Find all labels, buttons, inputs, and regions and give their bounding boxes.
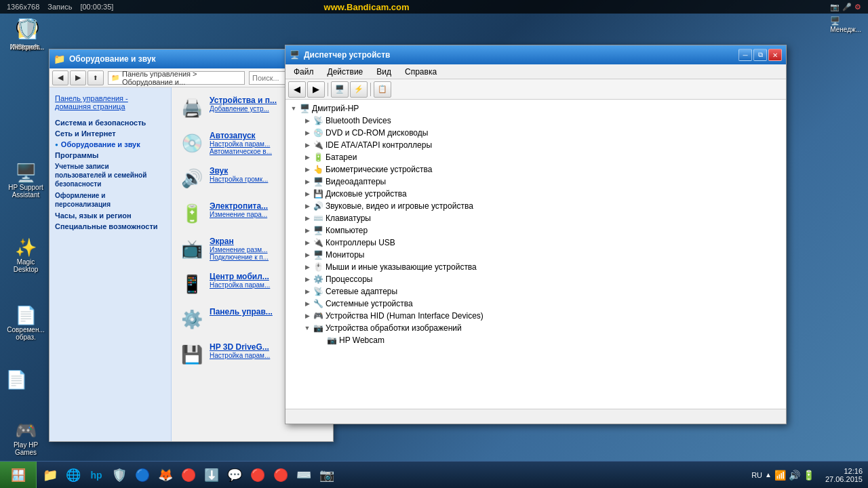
ide-expand[interactable]: ▶ xyxy=(302,140,313,150)
desktop-icon-antivirus[interactable]: 🛡️ Интернет... xyxy=(7,15,47,51)
tree-item-disk[interactable]: ▶ 💾 Дисковые устройства xyxy=(288,188,783,200)
taskbar-icon-skype[interactable]: 💬 xyxy=(224,464,245,486)
taskbar-icon-ie2[interactable]: 🔵 xyxy=(132,464,153,486)
disk-expand[interactable]: ▶ xyxy=(302,188,313,199)
cp-up-button[interactable]: ⬆ xyxy=(87,70,104,85)
tree-item-video[interactable]: ▶ 🖥️ Видеоадаптеры xyxy=(288,176,783,188)
tree-item-ide[interactable]: ▶ 🔌 IDE ATA/ATAPI контроллеры xyxy=(288,139,783,151)
taskbar-icon-chrome[interactable]: 🔴 xyxy=(178,464,199,486)
taskbar-icon-torrent[interactable]: ⬇️ xyxy=(201,464,222,486)
cp-home-link[interactable]: Панель управления -домашняя страница xyxy=(55,94,165,110)
dm-menu-action[interactable]: Действие xyxy=(322,66,369,78)
bluetooth-expand[interactable]: ▶ xyxy=(302,115,313,126)
taskbar-icon-defender[interactable]: 🛡️ xyxy=(108,464,130,486)
sidebar-item-appearance[interactable]: Оформление иперсонализация xyxy=(55,190,165,210)
sound-expand[interactable]: ▶ xyxy=(302,201,313,211)
battery-expand[interactable]: ▶ xyxy=(302,152,313,163)
dm-minimize-button[interactable]: ─ xyxy=(738,49,752,61)
desktop-icon-manager[interactable]: 🖥️ Менедж... xyxy=(830,16,861,33)
sidebar-item-network[interactable]: Сеть и Интернет xyxy=(55,128,165,139)
tree-item-bluetooth[interactable]: ▶ 📡 Bluetooth Devices xyxy=(288,115,783,127)
taskbar-icon-antivirus2[interactable]: 🔴 xyxy=(270,464,292,486)
desktop-icon-word3[interactable]: 📄 xyxy=(5,369,27,390)
tray-sound-icon[interactable]: 🔊 xyxy=(789,470,800,481)
system-expand[interactable]: ▶ xyxy=(302,298,313,309)
taskbar-icon-explorer[interactable]: 📁 xyxy=(39,464,61,486)
sidebar-item-system[interactable]: Система и безопасность xyxy=(55,117,165,128)
taskbar-icon-hp[interactable]: hp xyxy=(85,464,107,486)
keyboard-expand[interactable]: ▶ xyxy=(302,213,313,224)
dm-menu-help[interactable]: Справка xyxy=(399,66,442,78)
dm-restore-button[interactable]: ⧉ xyxy=(753,49,767,61)
tree-item-mice[interactable]: ▶ 🖱️ Мыши и иные указывающие устройства xyxy=(288,261,783,273)
start-button[interactable]: 🪟 xyxy=(0,462,37,489)
biometric-expand[interactable]: ▶ xyxy=(302,164,313,175)
biometric-icon: 👆 xyxy=(313,164,323,175)
tree-item-imaging[interactable]: ▼ 📷 Устройства обработки изображений xyxy=(288,322,783,334)
tree-item-sound[interactable]: ▶ 🔊 Звуковые, видео и игровые устройства xyxy=(288,200,783,212)
tree-item-keyboard[interactable]: ▶ ⌨️ Клавиатуры xyxy=(288,212,783,224)
tree-item-system[interactable]: ▶ 🔧 Системные устройства xyxy=(288,298,783,310)
tree-item-dvd[interactable]: ▶ 💿 DVD и CD-ROM дисководы xyxy=(288,127,783,139)
cp-back-button[interactable]: ◀ xyxy=(52,70,68,85)
tree-item-root[interactable]: ▼ 🖥️ Дмитрий-HP xyxy=(288,102,783,115)
imaging-expand[interactable]: ▼ xyxy=(302,323,313,333)
tree-item-battery[interactable]: ▶ 🔋 Батареи xyxy=(288,151,783,163)
dm-menu-file[interactable]: Файл xyxy=(288,66,319,78)
dm-back-btn[interactable]: ◀ xyxy=(288,81,306,98)
dm-menu-bar: Файл Действие Вид Справка xyxy=(285,64,786,79)
desktop-icon-support[interactable]: 🖥️ HP SupportAssistant xyxy=(5,163,46,199)
taskbar-tray: RU ▲ 📶 🔊 🔋 xyxy=(746,470,820,481)
cp-address-bar[interactable]: 📁 Панель управления > Оборудование и... xyxy=(108,71,245,85)
dvd-expand[interactable]: ▶ xyxy=(302,127,313,138)
keyboard-label: Клавиатуры xyxy=(326,214,371,223)
usb-expand[interactable]: ▶ xyxy=(302,237,313,248)
mice-expand[interactable]: ▶ xyxy=(302,262,313,272)
settings-icon[interactable]: ⚙ xyxy=(854,3,861,12)
tree-item-computer[interactable]: ▶ 🖥️ Компьютер xyxy=(288,224,783,237)
network-expand[interactable]: ▶ xyxy=(302,286,313,297)
dm-menu-view[interactable]: Вид xyxy=(371,66,397,78)
cam-icon[interactable]: 📷 xyxy=(830,3,840,12)
dm-computer-btn[interactable]: 🖥️ xyxy=(331,81,349,98)
tree-item-hid[interactable]: ▶ 🎮 Устройства HID (Human Interface Devi… xyxy=(288,310,783,322)
sound-icon: 🔊 xyxy=(180,166,204,190)
computer-expand[interactable]: ▶ xyxy=(302,225,313,236)
hid-expand[interactable]: ▶ xyxy=(302,310,313,321)
desktop-icon-magic[interactable]: ✨ MagicDesktop xyxy=(5,237,46,273)
tree-item-usb[interactable]: ▶ 🔌 Контроллеры USB xyxy=(288,237,783,249)
dm-scan-btn[interactable]: ⚡ xyxy=(350,81,368,98)
tree-item-webcam[interactable]: ▶ 📷 HP Webcam xyxy=(288,334,783,346)
taskbar-icon-screenshot[interactable]: 📷 xyxy=(316,464,338,486)
cp-forward-button[interactable]: ▶ xyxy=(70,70,86,85)
cpu-expand[interactable]: ▶ xyxy=(302,274,313,285)
taskbar-icon-ie[interactable]: 🌐 xyxy=(62,464,84,486)
hp3d-desc: Настройка парам... xyxy=(210,352,270,359)
keyboard-icon: ⌨️ xyxy=(313,213,323,224)
dm-close-button[interactable]: ✕ xyxy=(768,49,782,61)
autorun-desc1: Настройка парам... xyxy=(210,140,272,148)
taskbar-icon-firefox[interactable]: 🦊 xyxy=(155,464,176,486)
sidebar-item-accounts[interactable]: Учетные записипользователей и семейнойбе… xyxy=(55,161,165,190)
sidebar-item-accessibility[interactable]: Специальные возможности xyxy=(55,221,165,232)
desktop-icon-games[interactable]: 🎮 Play HPGames xyxy=(5,420,46,456)
mic-icon[interactable]: 🎤 xyxy=(842,3,852,12)
sidebar-item-programs[interactable]: Программы xyxy=(55,150,165,161)
tree-item-cpu[interactable]: ▶ ⚙️ Процессоры xyxy=(288,273,783,285)
monitors-expand[interactable]: ▶ xyxy=(302,249,313,260)
desktop-icon-word2[interactable]: 📄 Современ...образ. xyxy=(5,305,46,341)
tree-item-biometric[interactable]: ▶ 👆 Биометрические устройства xyxy=(288,163,783,176)
network-icon: 📡 xyxy=(313,286,323,297)
sidebar-item-hardware[interactable]: Оборудование и звук xyxy=(55,139,165,150)
tree-item-network[interactable]: ▶ 📡 Сетевые адаптеры xyxy=(288,285,783,298)
sidebar-item-clock[interactable]: Часы, язык и регион xyxy=(55,210,165,221)
taskbar-icon-kbd[interactable]: ⌨️ xyxy=(293,464,315,486)
dm-props-btn[interactable]: 📋 xyxy=(374,81,391,98)
dm-titlebar[interactable]: 🖥️ Диспетчер устройств ─ ⧉ ✕ xyxy=(285,45,786,64)
tree-item-monitors[interactable]: ▶ 🖥️ Мониторы xyxy=(288,249,783,261)
tray-arrow[interactable]: ▲ xyxy=(765,471,772,479)
root-expand[interactable]: ▼ xyxy=(288,103,299,114)
taskbar-icon-opera[interactable]: 🔴 xyxy=(247,464,269,486)
dm-forward-btn[interactable]: ▶ xyxy=(307,81,325,98)
video-expand[interactable]: ▶ xyxy=(302,176,313,187)
